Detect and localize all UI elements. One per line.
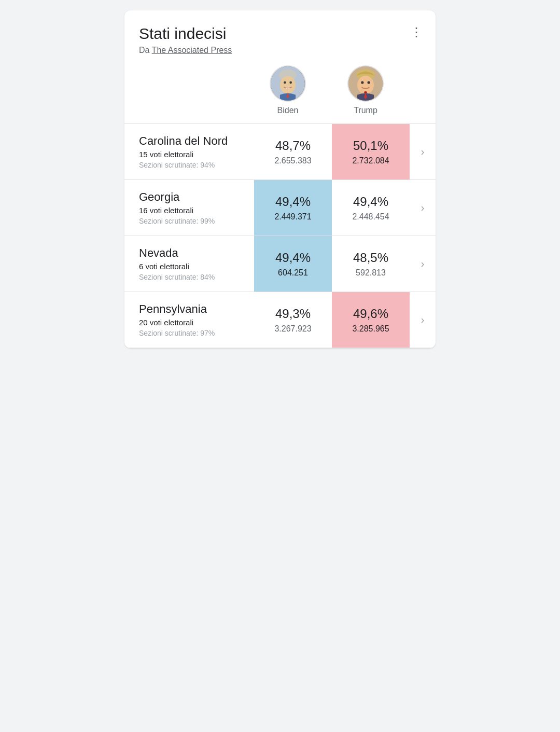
- subtitle-prefix: Da: [139, 46, 149, 54]
- results-cols: 48,7% 2.655.383 50,1% 2.732.084: [254, 124, 410, 179]
- state-row[interactable]: Carolina del Nord 15 voti elettorali Sez…: [124, 124, 436, 180]
- trump-votes: 2.732.084: [352, 156, 389, 165]
- trump-avatar: [347, 65, 384, 102]
- state-name: Carolina del Nord: [139, 134, 246, 148]
- biden-avatar: [270, 65, 306, 102]
- row-chevron[interactable]: ›: [410, 236, 436, 292]
- svg-point-3: [284, 81, 286, 84]
- row-chevron[interactable]: ›: [410, 124, 436, 179]
- state-info: Carolina del Nord 15 voti elettorali Sez…: [124, 124, 254, 179]
- results-cols: 49,3% 3.267.923 49,6% 3.285.965: [254, 292, 410, 348]
- biden-pct: 49,3%: [275, 307, 311, 321]
- state-info: Georgia 16 voti elettorali Sezioni scrut…: [124, 180, 254, 236]
- biden-pct: 49,4%: [275, 251, 311, 265]
- results-cols: 49,4% 2.449.371 49,4% 2.448.454: [254, 180, 410, 236]
- associated-press-link[interactable]: The Associated Press: [152, 46, 232, 54]
- svg-point-2: [280, 76, 296, 94]
- biden-result-cell: 49,3% 3.267.923: [254, 292, 332, 348]
- card-subtitle: Da The Associated Press: [139, 46, 421, 55]
- trump-pct: 50,1%: [353, 139, 388, 153]
- svg-point-9: [367, 81, 370, 84]
- biden-result-cell: 49,4% 604.251: [254, 236, 332, 292]
- svg-point-10: [364, 91, 367, 93]
- trump-pct: 49,4%: [353, 195, 388, 209]
- trump-name: Trump: [354, 106, 377, 115]
- main-card: Stati indecisi Da The Associated Press ⋮: [124, 10, 436, 348]
- state-row[interactable]: Pennsylvania 20 voti elettorali Sezioni …: [124, 292, 436, 348]
- biden-pct: 48,7%: [275, 139, 311, 153]
- state-electoral-votes: 15 voti elettorali: [139, 150, 246, 159]
- card-header: Stati indecisi Da The Associated Press ⋮: [124, 10, 436, 55]
- state-rows: Carolina del Nord 15 voti elettorali Sez…: [124, 124, 436, 348]
- state-electoral-votes: 6 voti elettorali: [139, 262, 246, 271]
- biden-votes: 604.251: [278, 268, 308, 278]
- svg-point-4: [289, 81, 292, 84]
- trump-pct: 49,6%: [353, 307, 388, 321]
- biden-header-col: Biden: [249, 65, 327, 115]
- state-row[interactable]: Nevada 6 voti elettorali Sezioni scrutin…: [124, 236, 436, 292]
- state-info: Pennsylvania 20 voti elettorali Sezioni …: [124, 292, 254, 348]
- state-name: Pennsylvania: [139, 302, 246, 316]
- biden-result-cell: 48,7% 2.655.383: [254, 124, 332, 179]
- state-scrutinate: Sezioni scrutinate: 84%: [139, 273, 246, 281]
- state-electoral-votes: 20 voti elettorali: [139, 318, 246, 327]
- biden-votes: 2.655.383: [274, 156, 311, 165]
- biden-pct: 49,4%: [275, 195, 311, 209]
- page-title: Stati indecisi: [139, 25, 421, 43]
- state-row[interactable]: Georgia 16 voti elettorali Sezioni scrut…: [124, 180, 436, 236]
- state-info: Nevada 6 voti elettorali Sezioni scrutin…: [124, 236, 254, 292]
- svg-point-8: [361, 81, 363, 84]
- candidates-header: Biden: [124, 55, 436, 123]
- trump-votes: 3.285.965: [352, 324, 389, 334]
- more-options-icon[interactable]: ⋮: [410, 25, 423, 39]
- trump-result-cell: 48,5% 592.813: [332, 236, 410, 292]
- state-name: Georgia: [139, 190, 246, 204]
- row-chevron[interactable]: ›: [410, 292, 436, 348]
- state-electoral-votes: 16 voti elettorali: [139, 206, 246, 215]
- trump-result-cell: 50,1% 2.732.084: [332, 124, 410, 179]
- trump-votes: 2.448.454: [352, 212, 389, 222]
- trump-votes: 592.813: [356, 268, 386, 278]
- state-name: Nevada: [139, 246, 246, 260]
- trump-result-cell: 49,4% 2.448.454: [332, 180, 410, 236]
- trump-pct: 48,5%: [353, 251, 388, 265]
- biden-votes: 2.449.371: [274, 212, 311, 222]
- state-scrutinate: Sezioni scrutinate: 94%: [139, 161, 246, 169]
- state-scrutinate: Sezioni scrutinate: 99%: [139, 217, 246, 225]
- trump-result-cell: 49,6% 3.285.965: [332, 292, 410, 348]
- results-cols: 49,4% 604.251 48,5% 592.813: [254, 236, 410, 292]
- row-chevron[interactable]: ›: [410, 180, 436, 236]
- biden-name: Biden: [277, 106, 299, 115]
- biden-votes: 3.267.923: [274, 324, 311, 334]
- state-scrutinate: Sezioni scrutinate: 97%: [139, 329, 246, 337]
- biden-result-cell: 49,4% 2.449.371: [254, 180, 332, 236]
- trump-header-col: Trump: [327, 65, 404, 115]
